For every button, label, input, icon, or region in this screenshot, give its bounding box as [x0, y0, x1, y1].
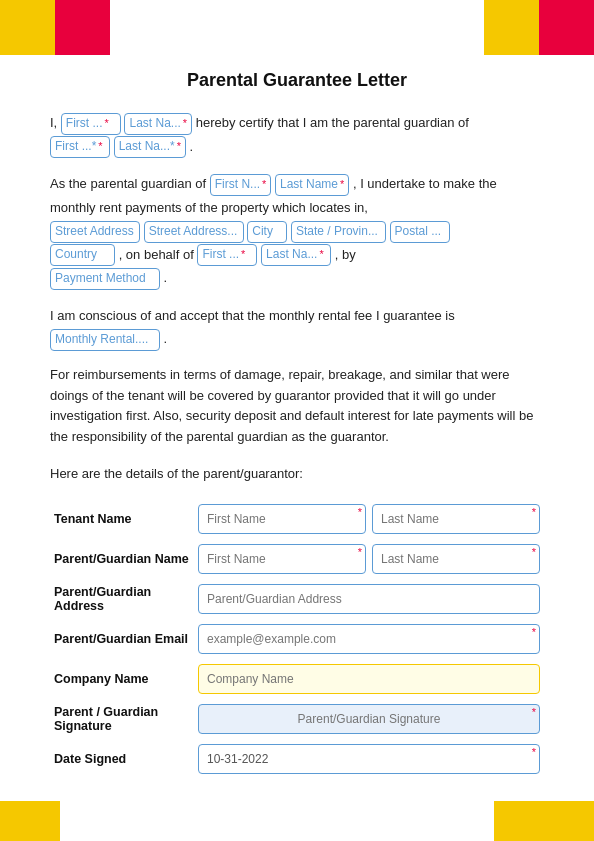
paragraph-4: For reimbursements in terms of damage, r… — [50, 365, 544, 448]
label-tenant-name: Tenant Name — [50, 499, 194, 539]
tenant-last-name-input[interactable] — [372, 504, 540, 534]
p3-text: I am conscious of and accept that the mo… — [50, 308, 455, 323]
label-guardian-signature: Parent / Guardian Signature — [50, 699, 194, 739]
inline-field-country[interactable]: Country — [50, 244, 115, 266]
p2-prefix: As the parental guardian of — [50, 176, 206, 191]
p2-by: , by — [335, 247, 356, 262]
guardian-first-name-input[interactable] — [198, 544, 366, 574]
tenant-last-name-wrap: * — [372, 504, 540, 534]
table-row-date: Date Signed * — [50, 739, 544, 779]
p1-prefix: I, — [50, 115, 57, 130]
guardian-signature-wrap: * — [198, 704, 540, 734]
corner-decoration-tr-yellow — [484, 0, 539, 55]
date-signed-required-star: * — [532, 746, 536, 758]
guardian-first-required-star: * — [358, 546, 362, 558]
tenant-last-required-star: * — [532, 506, 536, 518]
paragraph-5: Here are the details of the parent/guara… — [50, 462, 544, 485]
guardian-address-wrap — [198, 584, 540, 614]
guardian-signature-required-star: * — [532, 706, 536, 718]
table-row-signature: Parent / Guardian Signature * — [50, 699, 544, 739]
guardian-last-required-star: * — [532, 546, 536, 558]
guardian-first-name-wrap: * — [198, 544, 366, 574]
table-row-guardian-address: Parent/Guardian Address — [50, 579, 544, 619]
inline-field-behalf-first[interactable]: First ...* — [197, 244, 257, 266]
guardian-address-input[interactable] — [198, 584, 540, 614]
table-row-guardian-name: Parent/Guardian Name * * — [50, 539, 544, 579]
guardian-email-required-star: * — [532, 626, 536, 638]
table-row-tenant: Tenant Name * * — [50, 499, 544, 539]
inline-field-p1-last[interactable]: Last Na...* — [124, 113, 192, 135]
company-name-input[interactable] — [198, 664, 540, 694]
inline-field-p2-last[interactable]: Last Name* — [275, 174, 349, 196]
tenant-first-name-wrap: * — [198, 504, 366, 534]
corner-decoration-tl-red — [55, 0, 110, 55]
details-table: Tenant Name * * Paren — [50, 499, 544, 779]
inline-field-street2[interactable]: Street Address... — [144, 221, 244, 243]
inline-field-state[interactable]: State / Provin... — [291, 221, 386, 243]
tenant-first-name-input[interactable] — [198, 504, 366, 534]
inline-field-p2-first[interactable]: First N...* — [210, 174, 272, 196]
label-company-name: Company Name — [50, 659, 194, 699]
guardian-last-name-input[interactable] — [372, 544, 540, 574]
corner-decoration-tr-red — [539, 0, 594, 55]
inline-field-p1-child-last[interactable]: Last Na...** — [114, 136, 186, 158]
guardian-last-name-wrap: * — [372, 544, 540, 574]
guardian-email-wrap: * — [198, 624, 540, 654]
guardian-email-input[interactable] — [198, 624, 540, 654]
corner-decoration-tl-yellow — [0, 0, 60, 55]
label-guardian-email: Parent/Guardian Email — [50, 619, 194, 659]
label-date-signed: Date Signed — [50, 739, 194, 779]
inline-field-p1-child-first[interactable]: First ...** — [50, 136, 110, 158]
inline-field-city[interactable]: City — [247, 221, 287, 243]
inline-field-street1[interactable]: Street Address — [50, 221, 140, 243]
table-row-guardian-email: Parent/Guardian Email * — [50, 619, 544, 659]
table-row-company: Company Name — [50, 659, 544, 699]
label-guardian-address: Parent/Guardian Address — [50, 579, 194, 619]
corner-decoration-bl-yellow — [0, 801, 60, 841]
inline-field-payment[interactable]: Payment Method — [50, 268, 160, 290]
label-guardian-name: Parent/Guardian Name — [50, 539, 194, 579]
date-signed-wrap: * — [198, 744, 540, 774]
p1-middle: hereby certify that I am the parental gu… — [196, 115, 469, 130]
page-title: Parental Guarantee Letter — [50, 70, 544, 91]
inline-field-behalf-last[interactable]: Last Na...* — [261, 244, 331, 266]
paragraph-3: I am conscious of and accept that the mo… — [50, 304, 544, 351]
inline-field-postal[interactable]: Postal ... — [390, 221, 450, 243]
inline-field-rental[interactable]: Monthly Rental.... — [50, 329, 160, 351]
guardian-signature-input[interactable] — [198, 704, 540, 734]
inline-field-p1-first[interactable]: First ...* — [61, 113, 121, 135]
date-signed-input[interactable] — [198, 744, 540, 774]
tenant-first-required-star: * — [358, 506, 362, 518]
paragraph-2: As the parental guardian of First N...* … — [50, 172, 544, 290]
paragraph-1: I, First ...* Last Na...* hereby certify… — [50, 111, 544, 158]
corner-decoration-br-yellow — [494, 801, 594, 841]
p2-on-behalf: , on behalf of — [119, 247, 194, 262]
